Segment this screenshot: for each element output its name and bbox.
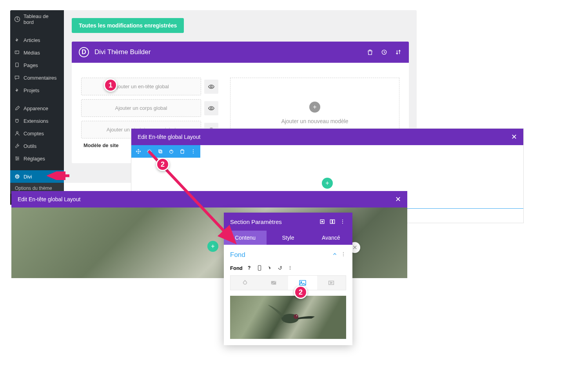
comments-icon: [14, 75, 20, 81]
annotation-marker-1: 1: [104, 78, 117, 92]
bg-tab-video[interactable]: [317, 276, 346, 290]
settings-header[interactable]: Section Paramètres: [224, 213, 352, 231]
bg-type-tabs: [230, 275, 346, 290]
chevron-up-icon[interactable]: [332, 251, 338, 258]
save-button[interactable]: Toutes les modifications enregistrées: [72, 18, 184, 33]
svg-point-30: [343, 255, 344, 256]
sidebar-item-articles[interactable]: Articles: [10, 34, 64, 46]
help-icon[interactable]: ?: [246, 264, 253, 271]
move-icon[interactable]: [135, 148, 142, 155]
reset-icon[interactable]: [276, 264, 283, 271]
divi-logo-icon: D: [79, 47, 89, 57]
svg-rect-1: [15, 51, 19, 54]
svg-point-4: [16, 131, 18, 133]
sort-icon[interactable]: [395, 49, 402, 56]
trash-icon[interactable]: [367, 49, 374, 56]
sidebar-item-settings[interactable]: Réglages: [10, 152, 64, 165]
svg-text:D: D: [16, 175, 18, 178]
svg-point-27: [342, 223, 343, 224]
user-icon: [14, 130, 20, 137]
dashboard-icon: [14, 16, 20, 22]
mobile-icon[interactable]: [256, 264, 263, 271]
section-settings-popup: Section Paramètres Contenu Style Avancé …: [224, 213, 352, 345]
svg-point-26: [342, 221, 343, 222]
sidebar-label: Articles: [24, 37, 40, 43]
svg-point-6: [18, 158, 19, 159]
history-icon[interactable]: [381, 49, 388, 56]
plug-icon: [14, 118, 20, 124]
brush-icon: [14, 105, 20, 111]
sidebar-item-appearance[interactable]: Apparence: [10, 102, 64, 115]
sidebar-item-projects[interactable]: Projets: [10, 84, 64, 96]
visibility-toggle[interactable]: [204, 101, 218, 115]
more-icon[interactable]: [339, 218, 346, 225]
more-icon[interactable]: [287, 264, 294, 271]
pin-icon: [14, 87, 20, 93]
more-icon[interactable]: [341, 251, 346, 258]
annotation-arrow: [47, 171, 70, 180]
sidebar-item-dashboard[interactable]: Tableau de bord: [10, 10, 64, 28]
bg-tab-color[interactable]: [230, 276, 260, 290]
settings-title: Section Paramètres: [230, 218, 316, 225]
sidebar-label: Réglages: [24, 156, 45, 162]
svg-point-2: [16, 52, 17, 53]
sidebar-label: Apparence: [24, 106, 48, 111]
sidebar-label: Tableau de bord: [24, 13, 60, 25]
plus-icon: +: [309, 102, 320, 113]
hover-icon[interactable]: [266, 264, 273, 271]
svg-rect-23: [330, 220, 332, 224]
bg-image-preview[interactable]: [230, 296, 346, 339]
edit-header: Edit En-tête global Layout ✕: [131, 129, 523, 145]
pages-icon: [14, 62, 20, 68]
sidebar-label: Divi: [24, 174, 32, 180]
sidebar-item-tools[interactable]: Outils: [10, 140, 64, 152]
sidebar-item-pages[interactable]: Pages: [10, 59, 64, 71]
svg-point-7: [16, 159, 17, 160]
settings-tabs: Contenu Style Avancé: [224, 231, 352, 245]
visibility-toggle[interactable]: [204, 80, 218, 94]
target-icon[interactable]: [319, 218, 326, 225]
columns-icon[interactable]: [329, 218, 336, 225]
sidebar-item-media[interactable]: Médias: [10, 46, 64, 59]
sidebar-label: Outils: [24, 143, 36, 149]
sidebar-item-accounts[interactable]: Comptes: [10, 127, 64, 140]
fond-control-row: Fond ?: [230, 264, 346, 271]
sliders-icon: [14, 155, 20, 162]
sidebar-label: Pages: [24, 62, 38, 68]
close-icon[interactable]: ✕: [511, 133, 517, 141]
close-icon[interactable]: ✕: [395, 195, 401, 204]
svg-point-12: [211, 107, 212, 109]
svg-point-28: [343, 252, 344, 253]
media-icon: [14, 49, 20, 56]
svg-point-5: [16, 157, 17, 158]
svg-point-11: [211, 86, 212, 87]
add-section-button[interactable]: +: [322, 178, 333, 189]
sidebar-label: Projets: [24, 87, 39, 93]
add-global-header[interactable]: Ajouter un en-tête global: [81, 78, 201, 95]
svg-rect-3: [16, 63, 18, 67]
tab-style[interactable]: Style: [267, 231, 309, 245]
sidebar-label: Médias: [24, 50, 40, 56]
fond-label: Fond: [230, 265, 243, 271]
settings-body: Fond Fond ?: [224, 245, 352, 345]
svg-rect-24: [333, 220, 335, 224]
builder-header: D Divi Thème Builder: [72, 42, 409, 63]
add-model-label: Ajouter un nouveau modèle: [281, 118, 348, 124]
svg-point-32: [290, 266, 290, 267]
svg-point-34: [290, 269, 290, 270]
svg-point-40: [294, 314, 298, 319]
sidebar-label: Extensions: [24, 118, 49, 124]
sidebar-item-comments[interactable]: Commentaires: [10, 71, 64, 84]
svg-point-41: [296, 315, 297, 316]
hummingbird-image: [257, 299, 319, 334]
sidebar-item-extensions[interactable]: Extensions: [10, 115, 64, 127]
builder-title: Divi Thème Builder: [94, 48, 367, 56]
section-fond-title[interactable]: Fond: [230, 251, 332, 259]
svg-point-33: [290, 268, 290, 268]
wrench-icon: [14, 143, 20, 149]
annotation-marker-2: 2: [156, 158, 169, 171]
tab-advanced[interactable]: Avancé: [310, 231, 352, 245]
edit-title: Edit En-tête global Layout: [18, 196, 80, 202]
add-global-body[interactable]: Ajouter un corps global: [81, 99, 201, 117]
bg-tab-gradient[interactable]: [260, 276, 289, 290]
